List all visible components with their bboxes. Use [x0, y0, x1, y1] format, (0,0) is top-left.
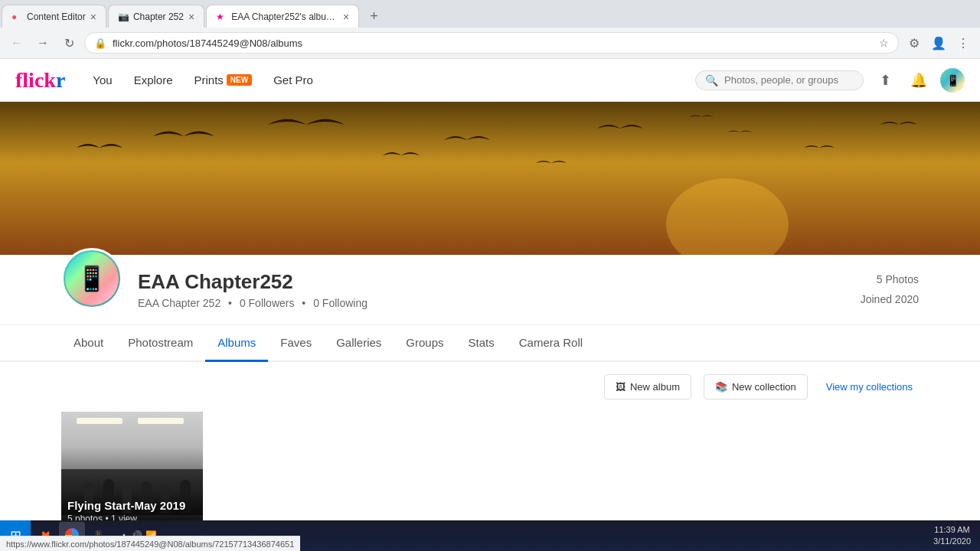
profile-subtitle: EAA Chapter 252 • 0 Followers • 0 Follow…: [138, 297, 845, 309]
status-url: https://www.flickr.com/photos/187445249@…: [6, 540, 294, 549]
new-album-icon: 🖼: [616, 381, 626, 393]
new-collection-button[interactable]: 📚 New collection: [704, 374, 808, 399]
profile-avatar[interactable]: 📱: [61, 248, 122, 309]
lock-icon: 🔒: [94, 37, 106, 49]
tab-content-editor[interactable]: ● Content Editor ×: [2, 5, 106, 28]
following-count: 0 Following: [313, 297, 368, 309]
nav-links: You Explore Prints NEW Get Pro: [83, 67, 695, 93]
extensions-button[interactable]: ⚙: [903, 32, 925, 54]
albums-toolbar: 🖼 New album 📚 New collection View my col…: [0, 362, 980, 412]
browser-action-icons: ⚙ 👤 ⋮: [903, 32, 974, 54]
joined-stat: Joined 2020: [861, 290, 919, 309]
nav-search-bar[interactable]: 🔍: [695, 70, 864, 90]
hero-birds-svg: [0, 102, 980, 255]
notifications-icon[interactable]: 🔔: [906, 68, 931, 93]
new-collection-label: New collection: [732, 381, 796, 393]
url-bar[interactable]: 🔒 flickr.com/photos/187445249@N08/albums…: [84, 32, 899, 54]
tab-photostream[interactable]: Photostream: [116, 325, 205, 362]
tab-about[interactable]: About: [61, 325, 116, 362]
browser-addressbar: ← → ↻ 🔒 flickr.com/photos/187445249@N08/…: [0, 28, 980, 58]
user-avatar[interactable]: 📱: [940, 68, 965, 93]
tab-favicon-2: 📷: [118, 11, 129, 22]
profile-section: 📱 EAA Chapter252 EAA Chapter 252 • 0 Fol…: [0, 255, 980, 325]
tab-camera-roll[interactable]: Camera Roll: [507, 325, 595, 362]
followers-count: 0 Followers: [240, 297, 295, 309]
taskbar-date: 3/11/2020: [933, 536, 971, 547]
browser-statusbar: https://www.flickr.com/photos/187445249@…: [0, 536, 300, 551]
nav-explore-link[interactable]: Explore: [125, 67, 182, 93]
tab-chapter252[interactable]: 📷 Chapter 252 ×: [108, 5, 204, 28]
tab-close-1[interactable]: ×: [90, 11, 96, 23]
nav-you-link[interactable]: You: [83, 67, 121, 93]
photos-stat: 5 Photos: [861, 270, 919, 289]
browser-chrome: ● Content Editor × 📷 Chapter 252 × ★ EAA…: [0, 0, 980, 59]
nav-prints-link[interactable]: Prints NEW: [185, 67, 262, 93]
taskbar-clock: 11:39 AM 3/11/2020: [924, 524, 980, 548]
tab-albums[interactable]: Albums: [205, 325, 268, 362]
url-actions: ☆: [879, 37, 889, 49]
album-thumbnail: Flying Start-May 2019 5 photos • 1 view: [61, 412, 203, 530]
refresh-button[interactable]: ↻: [58, 32, 80, 54]
tab-add-button[interactable]: +: [361, 5, 387, 28]
flickr-navbar: flickr You Explore Prints NEW Get Pro 🔍 …: [0, 59, 980, 102]
new-collection-icon: 📚: [715, 381, 727, 393]
forward-button[interactable]: →: [32, 32, 54, 54]
tab-title-3: EAA Chapter252's albums | Flickr: [231, 11, 338, 22]
album-title: Flying Start-May 2019: [67, 499, 197, 512]
profile-separator-2: •: [302, 297, 305, 309]
upload-icon[interactable]: ⬆: [873, 68, 897, 93]
tab-flickr-albums[interactable]: ★ EAA Chapter252's albums | Flickr ×: [206, 5, 359, 28]
nav-get-pro-link[interactable]: Get Pro: [264, 67, 322, 93]
svg-rect-0: [0, 102, 980, 255]
tab-close-3[interactable]: ×: [343, 11, 349, 23]
bookmark-icon[interactable]: ☆: [879, 37, 889, 49]
nav-action-icons: ⬆ 🔔 📱: [873, 68, 965, 93]
view-collections-link[interactable]: View my collections: [820, 375, 919, 399]
avatar-phone-icon: 📱: [77, 264, 107, 293]
new-album-button[interactable]: 🖼 New album: [604, 374, 691, 399]
avatar-image: 📱: [946, 74, 959, 86]
tab-galleries[interactable]: Galleries: [324, 325, 394, 362]
profile-stats: 5 Photos Joined 2020: [861, 270, 919, 308]
url-text: flickr.com/photos/187445249@N08/albums: [113, 37, 873, 49]
page-tabs: About Photostream Albums Faves Galleries…: [0, 325, 980, 362]
flickr-logo[interactable]: flickr: [15, 68, 65, 93]
hero-banner: [0, 102, 980, 255]
tab-stats[interactable]: Stats: [456, 325, 507, 362]
tab-title-2: Chapter 252: [133, 11, 184, 22]
tab-title-1: Content Editor: [27, 11, 86, 22]
profile-info: EAA Chapter252 EAA Chapter 252 • 0 Follo…: [138, 270, 845, 309]
search-input[interactable]: [724, 74, 854, 86]
tab-favicon-1: ●: [11, 11, 22, 22]
menu-button[interactable]: ⋮: [952, 32, 974, 54]
tab-faves[interactable]: Faves: [268, 325, 324, 362]
profile-button[interactable]: 👤: [928, 32, 949, 54]
back-button[interactable]: ←: [6, 32, 28, 54]
browser-tabs: ● Content Editor × 📷 Chapter 252 × ★ EAA…: [0, 0, 980, 28]
tab-groups[interactable]: Groups: [394, 325, 456, 362]
profile-subtitle-text: EAA Chapter 252: [138, 297, 220, 309]
profile-name: EAA Chapter252: [138, 270, 845, 294]
profile-separator-1: •: [228, 297, 232, 309]
taskbar-time: 11:39 AM: [933, 524, 971, 536]
prints-new-badge: NEW: [227, 74, 252, 86]
nav-prints-label: Prints: [194, 73, 224, 86]
avatar-inner: 📱: [65, 252, 119, 305]
new-album-label: New album: [630, 381, 680, 393]
search-icon: 🔍: [705, 74, 718, 86]
tab-close-2[interactable]: ×: [188, 11, 194, 23]
tab-favicon-3: ★: [216, 11, 227, 22]
